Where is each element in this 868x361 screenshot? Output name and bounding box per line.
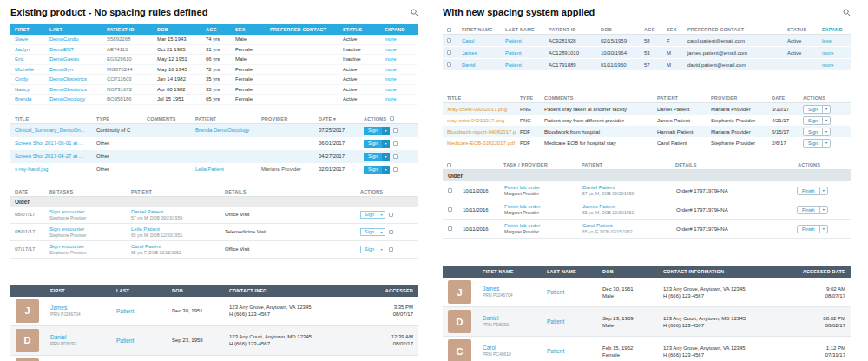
document-title-link[interactable]: x-ray-hand.jpg: [15, 167, 93, 172]
tasks-section-older[interactable]: Older: [443, 170, 851, 181]
finish-dropdown-button[interactable]: Finish▾: [797, 187, 828, 195]
task-link[interactable]: Finish lab order: [504, 223, 540, 228]
patient-last-link[interactable]: Patient: [505, 62, 545, 69]
task-link[interactable]: Finish lab order: [504, 185, 540, 190]
finish-button-label[interactable]: Finish: [798, 187, 819, 194]
sign-dropdown-button[interactable]: Sign▾: [360, 246, 385, 253]
row-checkbox[interactable]: [447, 38, 451, 43]
patient-last-link[interactable]: Patient: [505, 49, 545, 56]
select-all-checkbox[interactable]: [447, 28, 451, 32]
patient-last-link[interactable]: DemoObstetrics: [49, 86, 103, 94]
task-link[interactable]: Sign encounter: [49, 209, 84, 214]
task-link[interactable]: Finish lab order: [504, 204, 540, 209]
document-title-link[interactable]: xray-wrist-04212017.png: [447, 118, 516, 123]
expand-link[interactable]: more: [385, 56, 414, 63]
document-patient-link[interactable]: Brenda DemoOncology: [195, 128, 258, 133]
patient-first-link[interactable]: Eric: [15, 56, 46, 63]
sign-button-label[interactable]: Sign: [364, 166, 382, 174]
sign-button-label[interactable]: Sign: [804, 128, 822, 135]
finish-dropdown-button[interactable]: Finish▾: [797, 225, 828, 233]
select-all-checkbox[interactable]: [390, 116, 394, 121]
document-title-link[interactable]: Medicare-EOB-02022017.pdf: [447, 141, 516, 146]
dropdown-caret-icon[interactable]: ▾: [822, 128, 830, 135]
row-checkbox[interactable]: [448, 207, 452, 212]
expand-link[interactable]: more: [385, 36, 414, 43]
dropdown-caret-icon[interactable]: ▾: [819, 226, 827, 233]
dropdown-caret-icon[interactable]: ▾: [378, 246, 385, 253]
expand-link[interactable]: more: [822, 62, 846, 69]
search-icon[interactable]: [843, 9, 851, 16]
contact-first-link[interactable]: James: [50, 305, 67, 311]
contact-last-link[interactable]: Patient: [547, 318, 599, 325]
document-title-link[interactable]: Screen Shot 2017-04-27 at ...: [15, 154, 93, 159]
expand-link[interactable]: more: [385, 95, 414, 103]
patient-first-link[interactable]: Nancy: [15, 86, 46, 94]
sign-dropdown-button[interactable]: Sign▾: [803, 105, 831, 114]
sign-button-label[interactable]: Sign: [804, 106, 822, 113]
row-checkbox[interactable]: [393, 141, 398, 146]
sign-button-label[interactable]: Sign: [364, 127, 382, 135]
sign-dropdown-button[interactable]: Sign▾: [803, 128, 831, 136]
finish-dropdown-button[interactable]: Finish▾: [797, 206, 828, 214]
sign-button-label[interactable]: Sign: [364, 140, 382, 148]
dropdown-caret-icon[interactable]: ▾: [822, 106, 830, 113]
sign-button-label[interactable]: Sign: [804, 140, 822, 147]
dropdown-caret-icon[interactable]: ▾: [822, 140, 830, 147]
dropdown-caret-icon[interactable]: ▾: [382, 127, 390, 135]
row-checkbox[interactable]: [393, 167, 398, 172]
patient-first-link[interactable]: Brenda: [15, 95, 46, 103]
task-patient-link[interactable]: James Patient: [582, 204, 615, 209]
sign-button[interactable]: Sign▾: [364, 127, 390, 135]
contact-first-link[interactable]: Daniel: [50, 334, 66, 340]
patient-last-link[interactable]: DemoOncology: [49, 95, 103, 103]
contact-last-link[interactable]: Patient: [116, 308, 168, 314]
contact-first-link[interactable]: Carol: [483, 345, 496, 351]
sign-button-label[interactable]: Sign: [804, 117, 822, 124]
sign-button[interactable]: Sign▾: [364, 153, 390, 161]
patient-first-link[interactable]: James: [462, 49, 502, 56]
contact-last-link[interactable]: Patient: [547, 289, 599, 295]
document-title-link[interactable]: Clinical_Summary_DemoOn...: [15, 128, 93, 133]
sign-button-label[interactable]: Sign: [361, 246, 378, 253]
select-all-checkbox[interactable]: [447, 163, 451, 167]
finish-button-label[interactable]: Finish: [798, 226, 819, 233]
dropdown-caret-icon[interactable]: ▾: [378, 229, 385, 235]
document-title-link[interactable]: Xray-chest-03032017.png: [447, 107, 516, 112]
sign-button[interactable]: Sign▾: [364, 166, 390, 174]
row-checkbox[interactable]: [389, 213, 393, 217]
contact-last-link[interactable]: Patient: [547, 348, 599, 354]
row-checkbox[interactable]: [448, 226, 452, 231]
sign-button-label[interactable]: Sign: [364, 153, 382, 161]
patient-first-link[interactable]: Michelle: [15, 66, 46, 74]
expand-link[interactable]: more: [385, 75, 414, 83]
expand-link[interactable]: more: [385, 46, 414, 54]
patient-first-link[interactable]: Cindy: [15, 75, 46, 83]
contact-first-link[interactable]: Daniel: [483, 315, 498, 321]
row-checkbox[interactable]: [393, 154, 398, 159]
patient-last-link[interactable]: DemoObstetrics: [49, 75, 103, 83]
patient-first-link[interactable]: David: [462, 62, 502, 69]
row-checkbox[interactable]: [447, 50, 451, 55]
sign-dropdown-button[interactable]: Sign▾: [803, 116, 831, 125]
document-patient-link[interactable]: Leila Patient: [195, 167, 258, 172]
task-link[interactable]: Sign encounter: [49, 244, 84, 249]
search-icon[interactable]: [411, 9, 418, 16]
sign-button[interactable]: Sign▾: [364, 140, 390, 148]
patient-last-link[interactable]: DemoCardio: [49, 36, 103, 43]
row-checkbox[interactable]: [393, 128, 398, 133]
dropdown-caret-icon[interactable]: ▾: [382, 166, 390, 174]
expand-link[interactable]: more: [385, 66, 414, 74]
sign-dropdown-button[interactable]: Sign▾: [360, 211, 385, 219]
sign-dropdown-button[interactable]: Sign▾: [360, 228, 385, 236]
task-patient-link[interactable]: Carol Patient: [582, 223, 613, 228]
task-patient-link[interactable]: Carol Patient: [131, 244, 161, 249]
sign-button-label[interactable]: Sign: [361, 229, 378, 235]
contact-first-link[interactable]: James: [483, 286, 499, 292]
contact-last-link[interactable]: Patient: [116, 338, 168, 344]
dropdown-caret-icon[interactable]: ▾: [378, 212, 385, 218]
patient-first-link[interactable]: Steve: [15, 36, 46, 43]
expand-link[interactable]: more: [385, 86, 414, 94]
dropdown-caret-icon[interactable]: ▾: [819, 207, 827, 213]
row-checkbox[interactable]: [448, 188, 452, 193]
patient-last-link[interactable]: DemoENT: [49, 46, 103, 54]
